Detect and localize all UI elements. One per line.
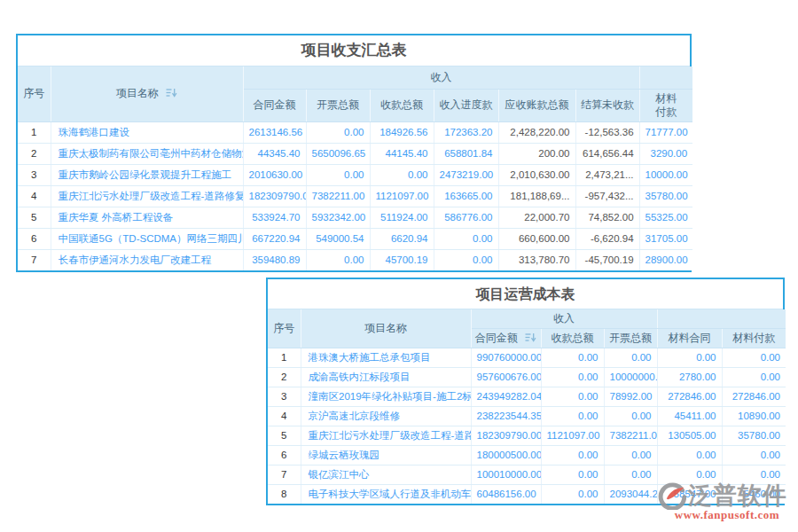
col-group-income: 收入	[243, 66, 639, 89]
summary-table-body: 1珠海鹤港口建设2613146.560.00184926.56172363.20…	[18, 121, 692, 270]
value-cell: 184926.56	[370, 121, 434, 143]
value-cell: 1121097.00	[370, 185, 434, 207]
value-cell: 0.00	[541, 465, 604, 484]
table-row: 7长春市伊通河水力发电厂改建工程359480.890.0045700.190.0…	[18, 249, 692, 270]
project-name-cell[interactable]: 京沪高速北京段维修	[301, 406, 471, 426]
row-index-cell: 1	[268, 348, 301, 367]
value-cell: 549000.54	[306, 228, 370, 249]
col-header-project-name[interactable]: 项目名称	[51, 66, 243, 121]
col-header-contract-amount[interactable]: 合同金额	[471, 328, 541, 348]
project-name-cell[interactable]: 重庆华夏 外高桥工程设备	[51, 207, 243, 228]
value-cell: 22,000.70	[498, 207, 575, 228]
value-cell: 0.00	[657, 465, 722, 484]
value-cell: 0.00	[434, 249, 498, 270]
row-index-cell: 7	[18, 249, 51, 270]
value-cell: 31705.00	[639, 228, 692, 249]
value-cell: 243949282.04	[471, 387, 541, 406]
value-cell: 272846.00	[657, 387, 722, 406]
row-index-cell: 2	[268, 367, 301, 387]
summary-table-title: 项目收支汇总表	[18, 35, 690, 66]
value-cell: 0.00	[434, 228, 498, 249]
value-cell: 181,188,69...	[498, 185, 575, 207]
value-cell: 0.00	[604, 465, 657, 484]
project-name-cell[interactable]: 潼南区2019年绿化补贴项目-施工2标段	[301, 387, 471, 406]
project-name-cell[interactable]: 港珠澳大桥施工总承包项目	[301, 348, 471, 367]
project-name-cell[interactable]: 重庆江北污水处理厂级改造工程-道路修复	[301, 426, 471, 445]
row-index-cell: 6	[18, 228, 51, 249]
value-cell: 0.00	[722, 465, 786, 484]
value-cell: 74,852.00	[575, 207, 639, 228]
value-cell: 2,428,220.00	[498, 121, 575, 143]
value-cell: 313,780.70	[498, 249, 575, 270]
col-header-project-name: 项目名称	[301, 309, 471, 348]
value-cell: 5932342.00	[306, 207, 370, 228]
project-name-cell[interactable]: 银亿滨江中心	[301, 465, 471, 484]
value-cell: 0.00	[541, 348, 604, 367]
value-cell: 0.00	[657, 445, 722, 465]
value-cell: 44345.40	[243, 143, 306, 164]
value-cell: 511924.00	[370, 207, 434, 228]
row-index-cell: 2	[18, 143, 51, 164]
row-index-cell: 3	[18, 164, 51, 185]
value-cell: 2093044.22	[604, 484, 657, 504]
value-cell: 614,656.44	[575, 143, 639, 164]
row-index-cell: 7	[268, 465, 301, 484]
project-name-cell[interactable]: 重庆太极制药有限公司亳州中药材仓储物流	[51, 143, 243, 164]
col-header-progress-payment: 收入进度款	[434, 89, 498, 121]
sort-icon[interactable]	[166, 88, 177, 98]
value-cell: 35780.00	[722, 426, 786, 445]
summary-table-header: 序号 项目名称 收入	[18, 66, 692, 121]
col-header-received-total: 收款总额	[541, 328, 604, 348]
col-header-project-name-label: 项目名称	[116, 87, 159, 99]
project-name-cell[interactable]: 珠海鹤港口建设	[51, 121, 243, 143]
table-row: 6绿城云栖玫瑰园180000500.000.000.000.000.00	[268, 445, 786, 465]
project-name-cell[interactable]: 重庆江北污水处理厂级改造工程-道路修复工	[51, 185, 243, 207]
col-group-income: 收入	[471, 309, 657, 328]
value-cell: 0.00	[541, 387, 604, 406]
project-name-cell[interactable]: 长春市伊通河水力发电厂改建工程	[51, 249, 243, 270]
value-cell: 45700.19	[370, 249, 434, 270]
value-cell: -6,620.94	[575, 228, 639, 249]
row-index-cell: 4	[18, 185, 51, 207]
table-row: 4重庆江北污水处理厂级改造工程-道路修复工182309790.07382211.…	[18, 185, 692, 207]
value-cell: -957,432...	[575, 185, 639, 207]
project-name-cell[interactable]: 重庆市鹅岭公园绿化景观提升工程施工	[51, 164, 243, 185]
table-row: 1港珠澳大桥施工总承包项目990760000.000.000.000.000.0…	[268, 348, 786, 367]
project-name-cell[interactable]: 绿城云栖玫瑰园	[301, 445, 471, 465]
value-cell: 238223544.35	[471, 406, 541, 426]
value-cell: 0.00	[370, 164, 434, 185]
cost-table: 序号 项目名称 收入 合同金额	[268, 309, 786, 504]
value-cell: 2613146.56	[243, 121, 306, 143]
row-index-cell: 8	[268, 484, 301, 504]
value-cell: 2780.00	[657, 367, 722, 387]
value-cell: 100010000.00	[471, 465, 541, 484]
summary-table-card: 项目收支汇总表 序号 项目名称	[16, 34, 692, 272]
value-cell: 10000000.0	[604, 367, 657, 387]
value-cell: 957600676.00	[471, 367, 541, 387]
value-cell: 182309790.0	[243, 185, 306, 207]
value-cell: 0.00	[306, 121, 370, 143]
cost-table-header: 序号 项目名称 收入 合同金额	[268, 309, 786, 348]
value-cell: 359480.89	[243, 249, 306, 270]
value-cell: 5650096.65	[306, 143, 370, 164]
table-row: 5重庆江北污水处理厂级改造工程-道路修复182309790.001121097.…	[268, 426, 786, 445]
project-name-cell[interactable]: 中国联通5G（TD-SCDMA）网络三期四川工	[51, 228, 243, 249]
col-header-contract-amount: 合同金额	[243, 89, 306, 121]
project-name-cell[interactable]: 成渝高铁内江标段项目	[301, 367, 471, 387]
sort-icon[interactable]	[525, 332, 536, 342]
col-header-invoiced-total: 开票总额	[306, 89, 370, 121]
value-cell: 533924.70	[243, 207, 306, 228]
value-cell: 2,010,630.00	[498, 164, 575, 185]
table-row: 2成渝高铁内江标段项目957600676.000.0010000000.0278…	[268, 367, 786, 387]
value-cell: 180000500.00	[471, 445, 541, 465]
value-cell: 3290.00	[639, 143, 692, 164]
value-cell: 35780.00	[639, 185, 692, 207]
value-cell: 45411.00	[657, 406, 722, 426]
row-index-cell: 5	[18, 207, 51, 228]
value-cell: 2,473,21...	[575, 164, 639, 185]
value-cell: 2473219.00	[434, 164, 498, 185]
value-cell: 0.00	[306, 249, 370, 270]
project-name-cell[interactable]: 电子科技大学区域人行道及非机动车道工	[301, 484, 471, 504]
value-cell: 990760000.00	[471, 348, 541, 367]
value-cell: 0.00	[722, 445, 786, 465]
